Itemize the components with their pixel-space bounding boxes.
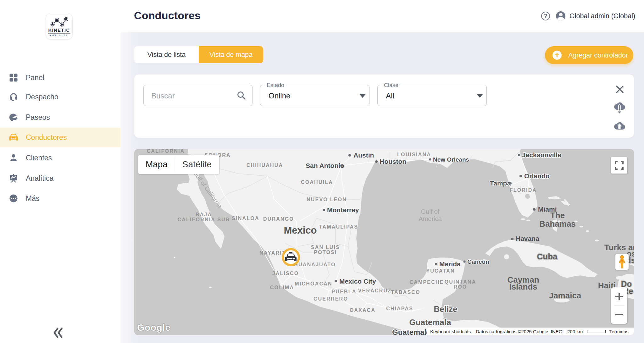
svg-text:PUEBLA: PUEBLA xyxy=(332,289,357,294)
svg-text:TAMAULIPAS: TAMAULIPAS xyxy=(319,224,358,230)
svg-text:Cancún: Cancún xyxy=(467,258,489,265)
svg-text:Guatemala: Guatemala xyxy=(409,318,451,327)
svg-text:CHIAPAS: CHIAPAS xyxy=(386,306,413,311)
svg-text:Monterrey: Monterrey xyxy=(327,206,359,213)
svg-text:SINALOA: SINALOA xyxy=(232,216,259,221)
svg-text:YUCATAN: YUCATAN xyxy=(426,268,455,274)
svg-text:America: America xyxy=(419,215,442,222)
svg-text:New Orleans: New Orleans xyxy=(433,156,469,163)
svg-text:Jacksonville: Jacksonville xyxy=(522,151,561,158)
svg-text:QUINTANA: QUINTANA xyxy=(445,279,476,285)
svg-text:ROO: ROO xyxy=(453,284,467,290)
svg-text:GUERRERO: GUERRERO xyxy=(314,296,348,302)
svg-text:COAHUILA: COAHUILA xyxy=(301,180,333,185)
svg-text:POTOSI: POTOSI xyxy=(314,250,337,255)
svg-text:KINETIC: KINETIC xyxy=(48,28,70,33)
svg-text:Austin: Austin xyxy=(353,152,374,159)
svg-text:Tampa: Tampa xyxy=(490,180,511,187)
svg-text:CALIFORNIA SUR: CALIFORNIA SUR xyxy=(177,217,230,222)
svg-text:Orlando: Orlando xyxy=(524,172,550,180)
svg-text:Miami: Miami xyxy=(538,206,557,213)
svg-text:Gulf of: Gulf of xyxy=(421,208,440,215)
svg-text:NUEVO LEON: NUEVO LEON xyxy=(307,197,347,202)
svg-text:CAMPECHE: CAMPECHE xyxy=(409,279,444,285)
svg-text:Mexico City: Mexico City xyxy=(339,278,376,285)
svg-text:Houston: Houston xyxy=(380,158,406,165)
svg-text:Jamaica: Jamaica xyxy=(549,291,581,300)
svg-text:FLORIDA: FLORIDA xyxy=(510,187,537,193)
svg-text:BAJA: BAJA xyxy=(196,212,212,217)
svg-text:San Antonio: San Antonio xyxy=(306,162,344,169)
svg-text:CALIFORNIA: CALIFORNIA xyxy=(147,149,185,154)
svg-text:Bahamas: Bahamas xyxy=(539,219,576,229)
svg-text:Merida: Merida xyxy=(439,260,461,268)
svg-text:DURANGO: DURANGO xyxy=(263,216,294,222)
svg-text:Havana: Havana xyxy=(516,235,539,242)
svg-text:Mexico: Mexico xyxy=(284,225,317,236)
svg-text:GUANAJUATO: GUANAJUATO xyxy=(294,262,336,267)
svg-text:Islands: Islands xyxy=(509,282,537,291)
svg-text:LOUISIANA: LOUISIANA xyxy=(397,152,431,157)
svg-text:CHIHUAHUA: CHIHUAHUA xyxy=(247,163,283,168)
svg-text:MOBILITY: MOBILITY xyxy=(50,34,69,36)
svg-text:COLIMA: COLIMA xyxy=(270,285,294,290)
svg-text:SAN LUIS: SAN LUIS xyxy=(311,245,340,250)
svg-text:Belize: Belize xyxy=(434,304,457,314)
svg-text:Guatemala: Guatemala xyxy=(392,328,431,335)
svg-text:JALISCO: JALISCO xyxy=(272,271,299,276)
svg-text:Cuba: Cuba xyxy=(537,252,558,261)
svg-text:MICHOACÁN: MICHOACÁN xyxy=(295,281,332,286)
svg-text:OAXACA: OAXACA xyxy=(350,307,376,313)
svg-text:VERACRUZ: VERACRUZ xyxy=(358,288,392,293)
svg-text:TABASCO: TABASCO xyxy=(391,290,420,295)
